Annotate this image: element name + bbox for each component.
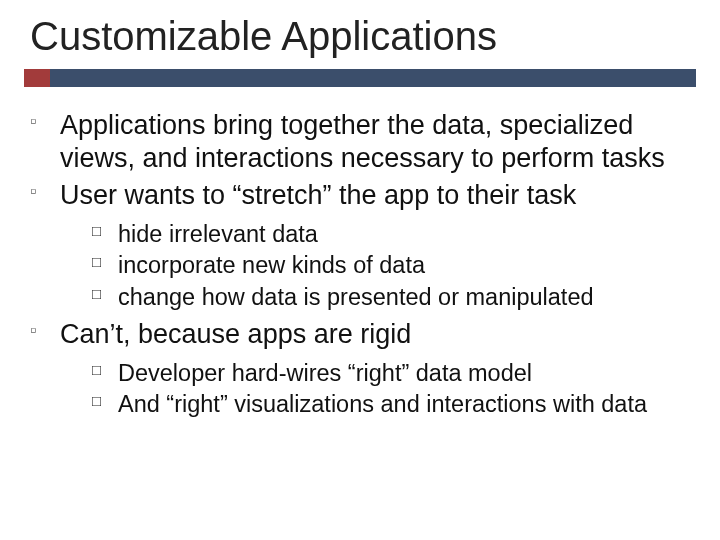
- list-item: hide irrelevant data: [60, 220, 696, 249]
- bullet-text: change how data is presented or manipula…: [118, 284, 594, 310]
- list-item: Developer hard-wires “right” data model: [60, 359, 696, 388]
- list-item: User wants to “stretch” the app to their…: [30, 179, 696, 312]
- bullet-text: Can’t, because apps are rigid: [60, 319, 411, 349]
- sub-bullet-list: Developer hard-wires “right” data model …: [60, 359, 696, 420]
- slide-body: Applications bring together the data, sp…: [24, 109, 696, 420]
- bullet-list: Applications bring together the data, sp…: [30, 109, 696, 420]
- title-bar-accent: [24, 69, 50, 87]
- slide: Customizable Applications Applications b…: [0, 0, 720, 540]
- title-underline: [24, 69, 696, 87]
- bullet-text: hide irrelevant data: [118, 221, 318, 247]
- bullet-text: Applications bring together the data, sp…: [60, 110, 665, 173]
- bullet-text: And “right” visualizations and interacti…: [118, 391, 647, 417]
- bullet-text: User wants to “stretch” the app to their…: [60, 180, 576, 210]
- list-item: change how data is presented or manipula…: [60, 283, 696, 312]
- slide-title: Customizable Applications: [24, 14, 696, 59]
- bullet-text: Developer hard-wires “right” data model: [118, 360, 532, 386]
- list-item: incorporate new kinds of data: [60, 251, 696, 280]
- sub-bullet-list: hide irrelevant data incorporate new kin…: [60, 220, 696, 312]
- bullet-text: incorporate new kinds of data: [118, 252, 425, 278]
- list-item: And “right” visualizations and interacti…: [60, 390, 696, 419]
- list-item: Can’t, because apps are rigid Developer …: [30, 318, 696, 420]
- title-bar-main: [24, 69, 696, 87]
- list-item: Applications bring together the data, sp…: [30, 109, 696, 175]
